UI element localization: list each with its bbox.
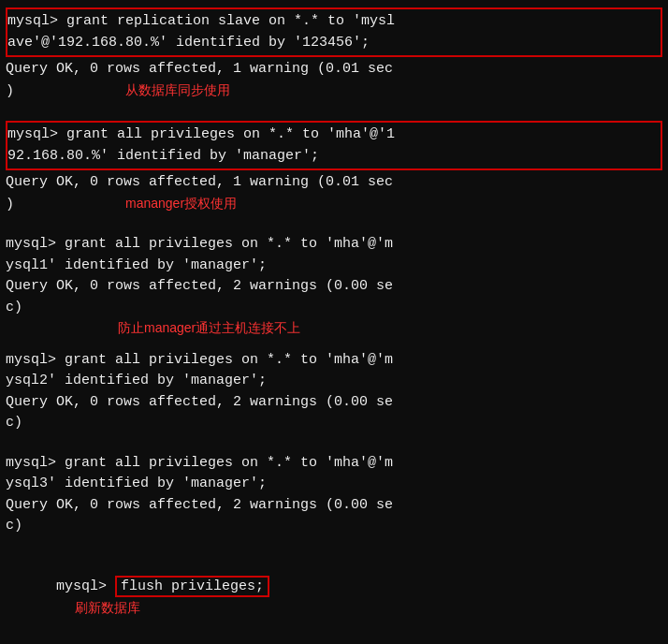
block1: mysql> grant replication slave on *.* to…	[6, 7, 662, 102]
terminal-container: mysql> grant replication slave on *.* to…	[6, 7, 662, 644]
block1-cmd1: mysql> grant replication slave on *.* to…	[7, 11, 661, 33]
block3-annotation-line: 防止manager通过主机连接不上	[6, 318, 662, 341]
block3-annotation: 防止manager通过主机连接不上	[118, 318, 300, 338]
block2-annotation: mananger授权使用	[125, 194, 237, 213]
block3: mysql> grant all privileges on *.* to 'm…	[6, 234, 662, 341]
block5-result2: c)	[6, 516, 662, 537]
block6-result-line: Query OK, 0 rows affected (0.00 sec) 三个节…	[6, 641, 662, 645]
block6-cmd-highlight: flush privileges;	[115, 576, 269, 597]
block2-cmd2: 92.168.80.%' identified by 'manager';	[7, 146, 661, 168]
block2-result2: ) mananger授权使用	[6, 194, 662, 216]
block6-annotation1: 刷新数据库	[75, 598, 140, 618]
block5-cmd1: mysql> grant all privileges on *.* to 'm…	[6, 453, 662, 475]
block4: mysql> grant all privileges on *.* to 'm…	[6, 350, 662, 434]
block2-cmd1: mysql> grant all privileges on *.* to 'm…	[7, 124, 661, 146]
block6-prompt: mysql>	[56, 578, 115, 594]
block2-result1: Query OK, 0 rows affected, 1 warning (0.…	[6, 172, 662, 194]
block4-cmd2: ysql2' identified by 'manager';	[6, 371, 662, 392]
block2: mysql> grant all privileges on *.* to 'm…	[6, 121, 662, 215]
block4-result2: c)	[6, 413, 662, 434]
block3-result2: c)	[6, 298, 662, 319]
block5: mysql> grant all privileges on *.* to 'm…	[6, 453, 662, 537]
block2-highlight: mysql> grant all privileges on *.* to 'm…	[6, 121, 662, 170]
block3-cmd1: mysql> grant all privileges on *.* to 'm…	[6, 234, 662, 256]
block4-result1: Query OK, 0 rows affected, 2 warnings (0…	[6, 392, 662, 414]
block1-result1: Query OK, 0 rows affected, 1 warning (0.…	[6, 59, 662, 80]
block5-cmd2: ysql3' identified by 'manager';	[6, 474, 662, 495]
block6-cmd-line: mysql> flush privileges; 刷新数据库	[6, 556, 662, 641]
block1-result2: ) 从数据库同步使用	[6, 80, 662, 103]
block1-highlight: mysql> grant replication slave on *.* to…	[6, 7, 662, 57]
block1-cmd2: ave'@'192.168.80.%' identified by '12345…	[7, 33, 661, 54]
block4-cmd1: mysql> grant all privileges on *.* to 'm…	[6, 350, 662, 372]
block3-cmd2: ysql1' identified by 'manager';	[6, 256, 662, 277]
block1-annotation: 从数据库同步使用	[125, 80, 230, 100]
block6: mysql> flush privileges; 刷新数据库 Query OK,…	[6, 556, 662, 645]
block3-result1: Query OK, 0 rows affected, 2 warnings (0…	[6, 276, 662, 298]
block6-result: Query OK, 0 rows affected (0.00 sec)	[6, 641, 309, 645]
block5-result1: Query OK, 0 rows affected, 2 warnings (0…	[6, 495, 662, 517]
